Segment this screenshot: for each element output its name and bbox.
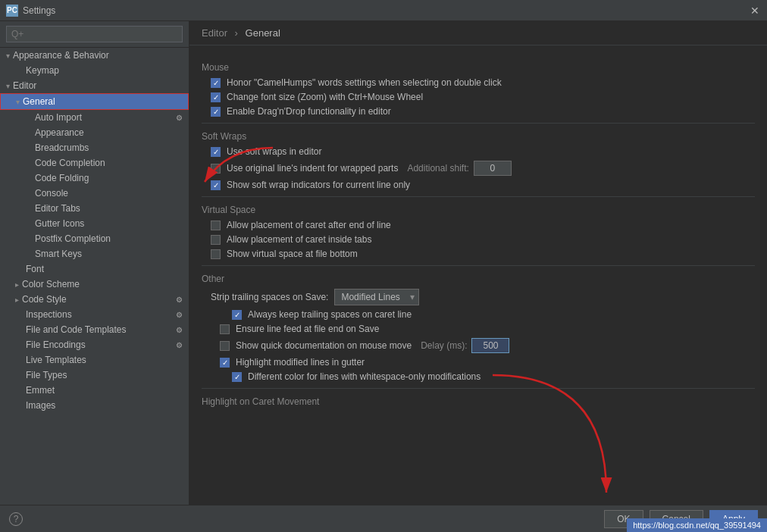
checkbox-keep-trailing-spaces[interactable] [232, 310, 242, 320]
sidebar-label-code-folding: Code Folding [35, 173, 89, 183]
sidebar: ▾Appearance & BehaviorKeymap▾Editor▾Gene… [0, 21, 189, 505]
option-row-drag-drop: Enable Drag'n'Drop functionality in edit… [202, 106, 755, 117]
tree-container: ▾Appearance & BehaviorKeymap▾Editor▾Gene… [0, 48, 189, 413]
checkbox-ensure-line-feed[interactable] [220, 324, 230, 334]
option-row-camel-humps: Honor "CamelHumps" words settings when s… [202, 77, 755, 88]
sidebar-item-live-templates[interactable]: Live Templates [0, 352, 189, 368]
window-title: Settings [23, 5, 749, 16]
sidebar-item-file-encodings[interactable]: File Encodings⚙ [0, 337, 189, 352]
delay-label: Delay (ms): [421, 340, 467, 351]
gear-icon-code-style: ⚙ [176, 296, 183, 304]
sidebar-label-keymap: Keymap [26, 65, 59, 76]
gear-icon-file-code-templates: ⚙ [176, 326, 183, 334]
help-button[interactable]: ? [9, 512, 23, 526]
option-row-original-indent: Use original line's indent for wrapped p… [202, 161, 755, 176]
tree-arrow-appearance-behavior: ▾ [6, 52, 10, 60]
search-input[interactable] [6, 26, 183, 42]
option-label-different-color: Different color for lines with whitespac… [248, 371, 481, 382]
sidebar-label-code-style: Code Style [22, 294, 67, 305]
checkbox-caret-end-of-line[interactable] [211, 221, 221, 230]
option-label-ensure-line-feed: Ensure line feed at file end on Save [236, 324, 379, 334]
mouse-options: Honor "CamelHumps" words settings when s… [202, 77, 755, 117]
option-row-highlight-modified: Highlight modified lines in gutter [202, 357, 755, 368]
checkbox-quick-docs[interactable] [220, 341, 230, 351]
additional-shift-field: Additional shift: [407, 161, 511, 176]
divider-1 [202, 123, 755, 124]
strip-trailing-select[interactable]: NoneAllModified Lines [334, 289, 419, 305]
app-icon: PC [6, 5, 18, 17]
virtual-space-section-label: Virtual Space [202, 205, 755, 215]
option-label-virtual-space-bottom: Show virtual space at file bottom [227, 249, 358, 259]
delay-input[interactable] [471, 338, 509, 353]
close-button[interactable]: ✕ [749, 5, 761, 17]
sidebar-item-file-types[interactable]: File Types [0, 368, 189, 383]
option-row-caret-end-of-line: Allow placement of caret after end of li… [202, 220, 755, 230]
checkbox-different-color[interactable] [232, 372, 242, 382]
sidebar-item-font[interactable]: Font [0, 261, 189, 277]
sidebar-item-appearance[interactable]: Appearance [0, 125, 189, 140]
other-options: Strip trailing spaces on Save: NoneAllMo… [202, 289, 755, 382]
sidebar-item-auto-import[interactable]: Auto Import⚙ [0, 110, 189, 125]
tree-arrow-code-style: ▸ [15, 296, 19, 304]
sidebar-item-images[interactable]: Images [0, 398, 189, 413]
title-bar: PC Settings ✕ [0, 0, 767, 21]
sidebar-label-emmet: Emmet [26, 385, 55, 396]
sidebar-item-appearance-behavior[interactable]: ▾Appearance & Behavior [0, 48, 189, 63]
sidebar-item-editor[interactable]: ▾Editor [0, 78, 189, 93]
sidebar-item-editor-tabs[interactable]: Editor Tabs [0, 201, 189, 216]
gear-icon-file-encodings: ⚙ [176, 341, 183, 349]
sidebar-item-console[interactable]: Console [0, 186, 189, 201]
sidebar-label-smart-keys: Smart Keys [35, 249, 82, 259]
option-label-original-indent: Use original line's indent for wrapped p… [227, 163, 398, 174]
sidebar-label-code-completion: Code Completion [35, 158, 105, 168]
option-label-font-size-zoom: Change font size (Zoom) with Ctrl+Mouse … [227, 92, 423, 102]
sidebar-label-general: General [23, 96, 55, 107]
main-container: ▾Appearance & BehaviorKeymap▾Editor▾Gene… [0, 21, 767, 505]
sidebar-label-auto-import: Auto Import [35, 112, 82, 123]
checkbox-original-indent[interactable] [211, 164, 221, 174]
option-label-keep-trailing-spaces: Always keep trailing spaces on caret lin… [248, 309, 412, 320]
sidebar-item-code-completion[interactable]: Code Completion [0, 155, 189, 171]
sidebar-item-color-scheme[interactable]: ▸Color Scheme [0, 277, 189, 292]
sidebar-label-live-templates: Live Templates [26, 355, 86, 365]
option-label-caret-inside-tabs: Allow placement of caret inside tabs [227, 234, 371, 245]
sidebar-item-gutter-icons[interactable]: Gutter Icons [0, 216, 189, 231]
checkbox-use-soft-wraps[interactable] [211, 147, 221, 157]
option-row-show-indicators: Show soft wrap indicators for current li… [202, 180, 755, 190]
sidebar-item-file-code-templates[interactable]: File and Code Templates⚙ [0, 322, 189, 337]
sidebar-item-code-folding[interactable]: Code Folding [0, 171, 189, 186]
option-row-virtual-space-bottom: Show virtual space at file bottom [202, 249, 755, 259]
checkbox-highlight-modified[interactable] [220, 358, 230, 368]
sidebar-item-postfix-completion[interactable]: Postfix Completion [0, 231, 189, 246]
option-row-quick-docs: Show quick documentation on mouse moveDe… [202, 338, 755, 353]
option-row-keep-trailing-spaces: Always keep trailing spaces on caret lin… [202, 309, 755, 320]
highlight-caret-label: Highlight on Caret Movement [202, 396, 755, 407]
option-row-font-size-zoom: Change font size (Zoom) with Ctrl+Mouse … [202, 92, 755, 102]
option-row-caret-inside-tabs: Allow placement of caret inside tabs [202, 234, 755, 245]
sidebar-label-file-code-templates: File and Code Templates [26, 324, 127, 335]
checkbox-virtual-space-bottom[interactable] [211, 249, 221, 259]
sidebar-item-inspections[interactable]: Inspections⚙ [0, 307, 189, 322]
soft-wraps-options: Use soft wraps in editorUse original lin… [202, 146, 755, 190]
checkbox-caret-inside-tabs[interactable] [211, 235, 221, 245]
sidebar-label-postfix-completion: Postfix Completion [35, 233, 111, 244]
sidebar-label-editor: Editor [13, 80, 36, 91]
checkbox-drag-drop[interactable] [211, 107, 221, 117]
breadcrumb-part1: Editor [202, 27, 227, 39]
sidebar-item-keymap[interactable]: Keymap [0, 63, 189, 78]
divider-4 [202, 388, 755, 389]
sidebar-item-emmet[interactable]: Emmet [0, 383, 189, 398]
sidebar-label-font: Font [26, 264, 44, 274]
tree-arrow-editor: ▾ [6, 82, 10, 90]
sidebar-item-code-style[interactable]: ▸Code Style⚙ [0, 292, 189, 307]
sidebar-item-smart-keys[interactable]: Smart Keys [0, 246, 189, 261]
mouse-section-label: Mouse [202, 62, 755, 73]
additional-shift-input[interactable] [474, 161, 512, 176]
checkbox-camel-humps[interactable] [211, 78, 221, 88]
option-row-use-soft-wraps: Use soft wraps in editor [202, 146, 755, 157]
sidebar-item-general[interactable]: ▾General [0, 93, 189, 110]
checkbox-show-indicators[interactable] [211, 180, 221, 190]
sidebar-item-breadcrumbs[interactable]: Breadcrumbs [0, 140, 189, 155]
sidebar-label-breadcrumbs: Breadcrumbs [35, 142, 89, 153]
checkbox-font-size-zoom[interactable] [211, 92, 221, 102]
